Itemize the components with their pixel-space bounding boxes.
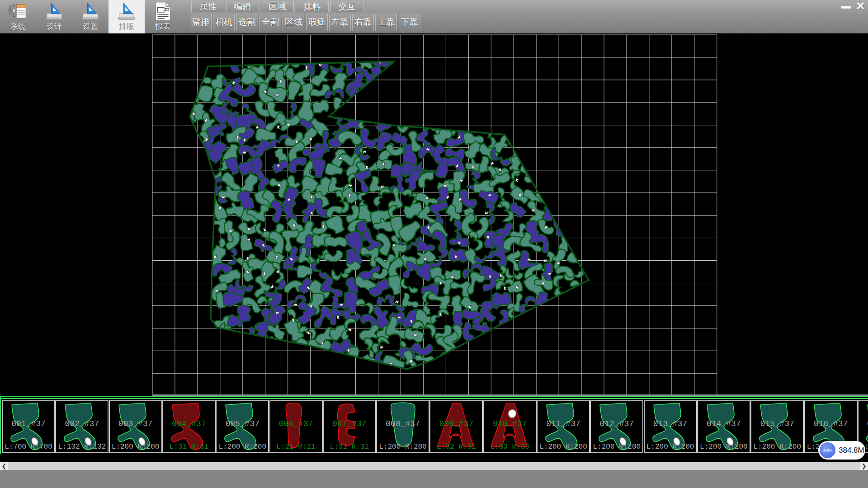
app-button-system[interactable]: 系统: [0, 0, 36, 33]
set-square-icon: [44, 1, 65, 22]
piece-thumbnail-007_#37[interactable]: 007_#37L:31 R:31: [323, 400, 376, 453]
piece-id-label: 010_#37: [484, 419, 536, 428]
set-square-icon: [116, 1, 137, 22]
app-button-report[interactable]: 报表: [145, 0, 181, 33]
scroll-right-button[interactable]: ❯: [860, 462, 868, 470]
app-button-label: 报表: [145, 21, 181, 32]
piece-id-label: 011_#37: [538, 419, 589, 428]
piece-lr-label: L:31 R:31: [163, 443, 215, 451]
piece-lr-label: L:200 R:200: [645, 443, 696, 451]
piece-lr-label: L:200 R:200: [217, 443, 268, 451]
piece-lr-label: L:200 R:200: [377, 443, 429, 451]
piece-lr-label: L:200 R:200: [751, 443, 803, 451]
piece-thumbnail-001_#37[interactable]: 001_#37L:700 R:700: [2, 400, 55, 453]
piece-thumbnail-004_#37[interactable]: 004_#37L:31 R:31: [162, 400, 216, 453]
tool-button-7[interactable]: 左靠: [329, 14, 351, 31]
tool-button-3[interactable]: 选割: [236, 14, 258, 31]
piece-thumbnail-002_#37[interactable]: 002_#37L:132 R:132: [55, 400, 108, 453]
close-icon: ✕: [856, 0, 865, 12]
piece-id-label: 005_#37: [217, 419, 268, 428]
set-square-icon: [80, 1, 101, 22]
menu-tab-4[interactable]: 排料: [296, 1, 329, 12]
status-footer: [0, 470, 868, 488]
piece-lr-label: L:33 R:33: [484, 443, 536, 451]
memory-value: 384.8M: [839, 441, 864, 460]
piece-id-label: 008_#37: [377, 419, 429, 428]
strip-separator-line: [0, 398, 868, 399]
strip-left-edge: [0, 396, 1, 454]
piece-id-label: 002_#37: [56, 419, 108, 428]
piece-id-label: 004_#37: [163, 419, 215, 428]
piece-id-label: 003_#37: [110, 419, 161, 428]
piece-thumbnail-008_#37[interactable]: 008_#37L:200 R:200: [376, 400, 429, 453]
tool-button-5[interactable]: 区域: [283, 14, 304, 31]
piece-lr-label: L:32 R:31: [430, 443, 482, 451]
memory-usage-badge[interactable]: 38% 384.8M: [818, 441, 865, 460]
piece-id-label: 014_#37: [698, 419, 750, 428]
menu-tab-1[interactable]: 属性: [191, 1, 224, 12]
menu-tab-2[interactable]: 编辑: [226, 1, 259, 12]
app-button-layout[interactable]: 排版: [108, 0, 145, 33]
usage-percent-indicator: 38%: [820, 442, 835, 458]
report-document-icon: [152, 1, 173, 22]
app-button-design[interactable]: 设计: [36, 0, 72, 33]
tool-button-8[interactable]: 右靠: [352, 14, 374, 31]
nesting-canvas[interactable]: [0, 33, 868, 396]
app-button-label: 系统: [0, 21, 36, 32]
piece-id-label: 012_#37: [591, 419, 642, 428]
close-button[interactable]: ✕: [854, 0, 867, 12]
piece-thumbnail-010_#37[interactable]: 010_#37L:33 R:33: [483, 400, 537, 453]
piece-thumbnail-009_#37[interactable]: 009_#37L:32 R:31: [429, 400, 483, 453]
nesting-canvas-svg: [0, 33, 868, 396]
piece-thumbnail-005_#37[interactable]: 005_#37L:200 R:200: [216, 400, 269, 453]
piece-thumbnail-003_#37[interactable]: 003_#37L:200 R:200: [109, 400, 162, 453]
minimize-button[interactable]: [841, 5, 852, 9]
piece-id-label: 017_#37: [859, 419, 868, 428]
piece-lr-label: L:31 R:31: [324, 443, 375, 451]
piece-lr-label: L:132 R:132: [56, 443, 108, 451]
piece-id-label: 016_#37: [805, 419, 857, 428]
strip-separator-line: [0, 396, 868, 397]
scroll-left-button[interactable]: ❮: [0, 462, 8, 470]
tool-button-2[interactable]: 相机: [213, 14, 235, 31]
tool-button-6[interactable]: 瑕疵: [306, 14, 328, 31]
piece-lr-label: L:200 R:200: [110, 443, 161, 451]
piece-lr-label: L:200 R:200: [698, 443, 750, 451]
app-button-settings[interactable]: 设置: [72, 0, 108, 33]
titlebar: 系统设计设置排版报表 属性编辑区域排料交互 聚排相机选割全割区域瑕疵左靠右靠上靠…: [0, 0, 868, 33]
app-button-label: 设置: [72, 21, 108, 32]
piece-thumbnail-013_#37[interactable]: 013_#37L:200 R:200: [644, 400, 697, 453]
piece-id-label: 006_#37: [270, 419, 322, 428]
minimize-icon: [841, 6, 851, 9]
piece-id-label: 013_#37: [645, 419, 696, 428]
app-button-label: 排版: [108, 21, 145, 32]
piece-thumbnail-strip: 001_#37L:700 R:700002_#37L:132 R:132003_…: [0, 396, 868, 462]
tool-button-4[interactable]: 全割: [259, 14, 281, 31]
gear-notebook-icon: [8, 1, 28, 22]
tool-button-9[interactable]: 上靠: [375, 14, 397, 31]
piece-thumbnail-012_#37[interactable]: 012_#37L:200 R:200: [590, 400, 643, 453]
defect-hole: [508, 410, 516, 418]
piece-id-label: 009_#37: [430, 419, 482, 428]
piece-id-label: 007_#37: [324, 419, 375, 428]
menu-tab-5[interactable]: 交互: [330, 1, 363, 12]
piece-thumbnail-014_#37[interactable]: 014_#37L:200 R:200: [697, 400, 750, 453]
horizontal-scrollbar[interactable]: ❮ ❯: [0, 462, 868, 470]
nested-pieces: [173, 51, 590, 377]
piece-id-label: 015_#37: [751, 419, 803, 428]
piece-thumbnail-015_#37[interactable]: 015_#37L:200 R:200: [750, 400, 804, 453]
tool-button-1[interactable]: 聚排: [190, 14, 212, 31]
app-button-label: 设计: [36, 21, 72, 32]
piece-thumbnail-011_#37[interactable]: 011_#37L:200 R:200: [537, 400, 590, 453]
piece-lr-label: L:200 R:200: [538, 443, 589, 451]
application-window: { "app_toolbar": { "buttons": [ { "name"…: [0, 0, 868, 488]
piece-lr-label: L:21 R:21: [270, 443, 322, 451]
menu-tab-3[interactable]: 区域: [261, 1, 294, 12]
piece-id-label: 001_#37: [3, 419, 54, 428]
tool-button-10[interactable]: 下靠: [399, 14, 420, 31]
piece-thumbnail-006_#37[interactable]: 006_#37L:21 R:21: [269, 400, 323, 453]
piece-lr-label: L:200 R:200: [591, 443, 642, 451]
piece-lr-label: L:700 R:700: [3, 443, 54, 451]
